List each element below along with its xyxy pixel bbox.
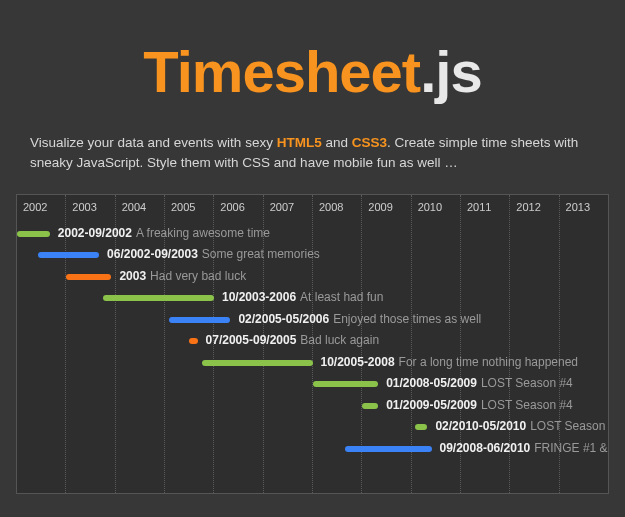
event-bar [38, 252, 100, 258]
event-label: 02/2005-05/2006Enjoyed those times as we… [238, 312, 481, 326]
event-row: 02/2005-05/2006Enjoyed those times as we… [17, 311, 608, 331]
event-row: 06/2002-09/2003Some great memories [17, 246, 608, 266]
event-desc: Bad luck again [300, 333, 379, 347]
event-row: 07/2005-09/2005Bad luck again [17, 332, 608, 352]
event-desc: FRINGE #1 & #2 [534, 441, 609, 455]
event-desc: For a long time nothing happened [399, 355, 578, 369]
event-bar [202, 360, 313, 366]
event-label: 06/2002-09/2003Some great memories [107, 247, 320, 261]
timeline: 2002200320042005200620072008200920102011… [16, 194, 609, 494]
event-row: 2003Had very bad luck [17, 268, 608, 288]
event-desc: A freaking awesome time [136, 226, 270, 240]
header: Timesheet.js [0, 0, 625, 133]
year-label: 2002 [17, 195, 65, 213]
timeline-events: 2002-09/2002A freaking awesome time06/20… [17, 225, 608, 462]
event-desc: Had very bad luck [150, 269, 246, 283]
event-bar [103, 295, 214, 301]
event-label: 2002-09/2002A freaking awesome time [58, 226, 270, 240]
event-desc: LOST Season #4 [481, 398, 573, 412]
year-label: 2009 [362, 195, 410, 213]
event-date: 07/2005-09/2005 [206, 333, 297, 347]
event-desc: Enjoyed those times as well [333, 312, 481, 326]
event-bar [17, 231, 50, 237]
event-label: 10/2005-2008For a long time nothing happ… [321, 355, 579, 369]
event-row: 02/2010-05/2010LOST Season #5 [17, 418, 608, 438]
event-row: 2002-09/2002A freaking awesome time [17, 225, 608, 245]
year-label: 2007 [264, 195, 312, 213]
event-desc: Some great memories [202, 247, 320, 261]
event-bar [362, 403, 378, 409]
year-label: 2012 [510, 195, 558, 213]
event-label: 02/2010-05/2010LOST Season #5 [435, 419, 609, 433]
intro-pre: Visualize your data and events with sexy [30, 135, 277, 150]
logo-ext: .js [420, 39, 482, 104]
event-date: 02/2010-05/2010 [435, 419, 526, 433]
event-row: 09/2008-06/2010FRINGE #1 & #2 [17, 440, 608, 460]
event-row: 10/2005-2008For a long time nothing happ… [17, 354, 608, 374]
event-bar [345, 446, 431, 452]
year-label: 2010 [412, 195, 460, 213]
logo: Timesheet.js [0, 38, 625, 105]
event-date: 10/2005-2008 [321, 355, 395, 369]
event-label: 2003Had very bad luck [119, 269, 246, 283]
event-date: 01/2009-05/2009 [386, 398, 477, 412]
event-date: 06/2002-09/2003 [107, 247, 198, 261]
event-date: 09/2008-06/2010 [440, 441, 531, 455]
event-label: 10/2003-2006At least had fun [222, 290, 383, 304]
intro-mid: and [322, 135, 352, 150]
event-date: 10/2003-2006 [222, 290, 296, 304]
year-label: 2008 [313, 195, 361, 213]
event-row: 01/2008-05/2009LOST Season #4 [17, 375, 608, 395]
intro-hl-css3: CSS3 [352, 135, 387, 150]
event-label: 01/2009-05/2009LOST Season #4 [386, 398, 573, 412]
event-desc: LOST Season #4 [481, 376, 573, 390]
year-label: 2013 [560, 195, 608, 213]
event-label: 07/2005-09/2005Bad luck again [206, 333, 379, 347]
event-bar [66, 274, 111, 280]
year-label: 2004 [116, 195, 164, 213]
event-row: 01/2009-05/2009LOST Season #4 [17, 397, 608, 417]
intro-text: Visualize your data and events with sexy… [0, 133, 625, 194]
event-desc: At least had fun [300, 290, 383, 304]
intro-hl-html5: HTML5 [277, 135, 322, 150]
event-row: 10/2003-2006At least had fun [17, 289, 608, 309]
event-date: 01/2008-05/2009 [386, 376, 477, 390]
event-bar [313, 381, 379, 387]
logo-main: Timesheet [143, 39, 420, 104]
event-bar [189, 338, 197, 344]
year-label: 2003 [66, 195, 114, 213]
event-desc: LOST Season #5 [530, 419, 609, 433]
year-label: 2006 [214, 195, 262, 213]
event-date: 2003 [119, 269, 146, 283]
event-bar [169, 317, 231, 323]
year-label: 2011 [461, 195, 509, 213]
event-date: 02/2005-05/2006 [238, 312, 329, 326]
year-label: 2005 [165, 195, 213, 213]
event-bar [415, 424, 427, 430]
event-label: 09/2008-06/2010FRINGE #1 & #2 [440, 441, 609, 455]
event-label: 01/2008-05/2009LOST Season #4 [386, 376, 573, 390]
event-date: 2002-09/2002 [58, 226, 132, 240]
